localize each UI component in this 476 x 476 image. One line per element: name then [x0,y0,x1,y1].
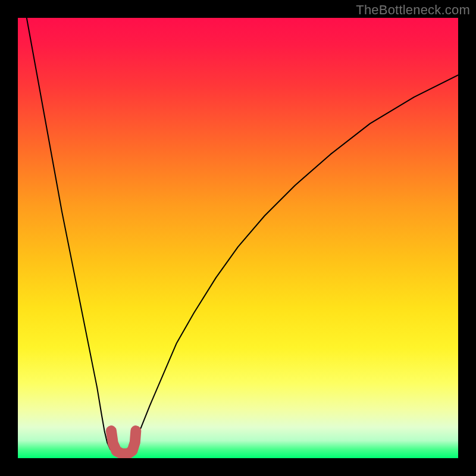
u-marker-line [111,431,136,453]
right-branch-line [126,75,458,457]
plot-area [18,18,458,458]
chart-frame: TheBottleneck.com [0,0,476,476]
watermark-text: TheBottleneck.com [356,2,470,18]
curve-layer [18,18,458,458]
left-branch-line [27,18,121,458]
